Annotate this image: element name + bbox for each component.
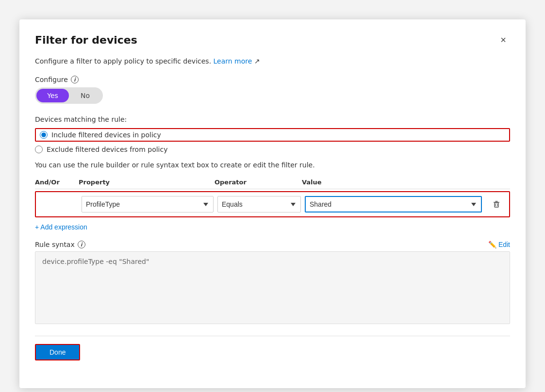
close-button[interactable]: × (496, 33, 510, 47)
operator-select[interactable]: Equals NotEquals Contains (217, 196, 301, 212)
expression-row-container: ProfileType OSVersion DeviceName Equals … (35, 191, 510, 217)
value-cell: Shared Dedicated NotConfigured (305, 196, 486, 212)
operator-cell: Equals NotEquals Contains (217, 196, 305, 212)
property-select[interactable]: ProfileType OSVersion DeviceName (82, 196, 214, 212)
include-radio-row[interactable]: Include filtered devices in policy (35, 128, 510, 142)
property-cell: ProfileType OSVersion DeviceName (82, 196, 217, 212)
col-and-or: And/Or (35, 179, 79, 186)
rule-syntax-content: device.profileType -eq "Shared" (42, 258, 149, 265)
col-value: Value (302, 179, 489, 186)
rule-syntax-header: Rule syntax i ✏️ Edit (35, 241, 510, 248)
exclude-radio-row[interactable]: Exclude filtered devices from policy (35, 146, 510, 153)
dialog-header: Filter for devices × (35, 33, 510, 47)
value-select[interactable]: Shared Dedicated NotConfigured (305, 196, 482, 212)
rule-builder-description: You can use the rule builder or rule syn… (35, 161, 510, 169)
footer: Done (35, 336, 510, 360)
add-expression-button[interactable]: + Add expression (35, 222, 87, 232)
delete-expression-button[interactable] (486, 200, 507, 209)
configure-info-icon: i (71, 76, 79, 83)
dialog-title: Filter for devices (35, 34, 137, 46)
rule-syntax-box: device.profileType -eq "Shared" (35, 251, 510, 324)
trash-icon (492, 200, 501, 209)
toggle-yes[interactable]: Yes (36, 89, 69, 102)
exclude-label: Exclude filtered devices from policy (47, 146, 167, 153)
learn-more-link[interactable]: Learn more (214, 57, 252, 65)
configure-toggle[interactable]: Yes No (35, 87, 103, 104)
include-label: Include filtered devices in policy (51, 131, 161, 139)
done-button[interactable]: Done (35, 344, 80, 360)
include-radio[interactable] (40, 131, 48, 139)
rule-syntax-label: Rule syntax i (35, 241, 85, 248)
exclude-radio[interactable] (35, 146, 43, 153)
devices-matching-label: Devices matching the rule: (35, 115, 510, 123)
toggle-no[interactable]: No (69, 89, 101, 102)
table-header: And/Or Property Operator Value (35, 176, 510, 189)
devices-matching-radio-group: Include filtered devices in policy Exclu… (35, 128, 510, 153)
rule-syntax-info-icon: i (78, 241, 85, 248)
col-property: Property (79, 179, 215, 186)
description-text: Configure a filter to apply policy to sp… (35, 57, 510, 65)
svg-rect-0 (495, 203, 498, 207)
filter-dialog: Filter for devices × Configure a filter … (19, 19, 526, 388)
table-row: ProfileType OSVersion DeviceName Equals … (36, 192, 509, 216)
col-operator: Operator (215, 179, 302, 186)
configure-label: Configure i (35, 76, 510, 83)
edit-button[interactable]: ✏️ Edit (488, 241, 510, 248)
